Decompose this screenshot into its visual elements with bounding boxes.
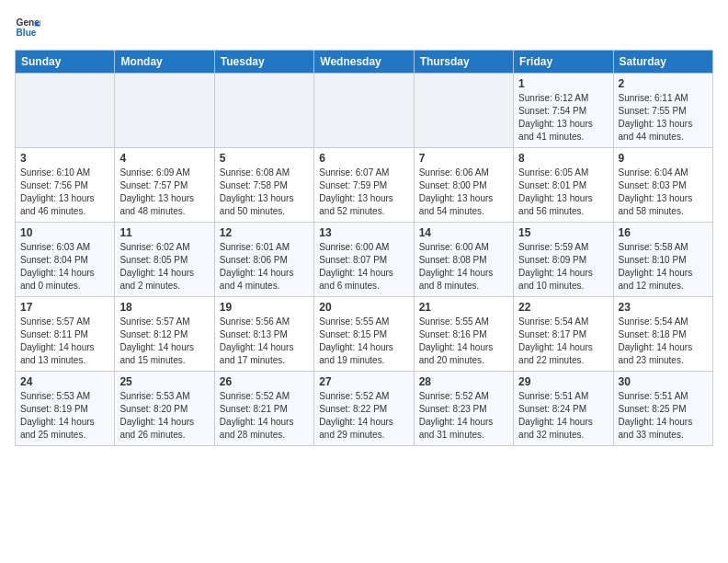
day-number: 2	[619, 77, 708, 90]
day-number: 17	[20, 301, 109, 314]
calendar-cell: 15Sunrise: 5:59 AM Sunset: 8:09 PM Dayli…	[514, 223, 613, 297]
calendar-cell: 18Sunrise: 5:57 AM Sunset: 8:12 PM Dayli…	[115, 297, 214, 372]
day-info: Sunrise: 6:01 AM Sunset: 8:06 PM Dayligh…	[220, 241, 309, 293]
calendar-table: SundayMondayTuesdayWednesdayThursdayFrid…	[15, 50, 713, 446]
calendar-cell	[214, 74, 313, 148]
day-number: 9	[619, 152, 708, 165]
day-info: Sunrise: 5:56 AM Sunset: 8:13 PM Dayligh…	[220, 316, 309, 367]
calendar-cell: 5Sunrise: 6:08 AM Sunset: 7:58 PM Daylig…	[214, 148, 313, 223]
calendar-cell: 16Sunrise: 5:58 AM Sunset: 8:10 PM Dayli…	[613, 223, 712, 297]
calendar-week-row: 3Sunrise: 6:10 AM Sunset: 7:56 PM Daylig…	[16, 148, 713, 223]
calendar-cell: 30Sunrise: 5:51 AM Sunset: 8:25 PM Dayli…	[613, 372, 712, 446]
day-info: Sunrise: 5:52 AM Sunset: 8:22 PM Dayligh…	[319, 390, 408, 442]
calendar-header-row: SundayMondayTuesdayWednesdayThursdayFrid…	[16, 51, 713, 74]
calendar-cell	[414, 74, 513, 148]
calendar-cell: 20Sunrise: 5:55 AM Sunset: 8:15 PM Dayli…	[314, 297, 414, 372]
day-number: 16	[619, 226, 708, 239]
day-info: Sunrise: 5:55 AM Sunset: 8:16 PM Dayligh…	[419, 316, 508, 367]
day-number: 22	[518, 301, 608, 314]
calendar-cell: 27Sunrise: 5:52 AM Sunset: 8:22 PM Dayli…	[314, 372, 414, 446]
day-info: Sunrise: 6:05 AM Sunset: 8:01 PM Dayligh…	[518, 167, 608, 218]
day-info: Sunrise: 5:51 AM Sunset: 8:24 PM Dayligh…	[518, 390, 608, 442]
day-info: Sunrise: 6:06 AM Sunset: 8:00 PM Dayligh…	[419, 167, 508, 218]
calendar-cell	[16, 74, 115, 148]
day-number: 13	[319, 226, 408, 239]
calendar-cell: 12Sunrise: 6:01 AM Sunset: 8:06 PM Dayli…	[214, 223, 313, 297]
day-number: 29	[518, 375, 608, 388]
day-number: 4	[119, 152, 209, 165]
day-number: 18	[119, 301, 209, 314]
calendar-week-row: 10Sunrise: 6:03 AM Sunset: 8:04 PM Dayli…	[16, 223, 713, 297]
day-info: Sunrise: 6:00 AM Sunset: 8:08 PM Dayligh…	[419, 241, 508, 293]
day-number: 8	[518, 152, 608, 165]
day-number: 14	[419, 226, 508, 239]
calendar-cell: 10Sunrise: 6:03 AM Sunset: 8:04 PM Dayli…	[16, 223, 115, 297]
day-number: 24	[20, 375, 109, 388]
calendar-cell	[115, 74, 214, 148]
calendar-cell: 23Sunrise: 5:54 AM Sunset: 8:18 PM Dayli…	[613, 297, 712, 372]
calendar-week-row: 24Sunrise: 5:53 AM Sunset: 8:19 PM Dayli…	[16, 372, 713, 446]
weekday-header-wednesday: Wednesday	[314, 51, 414, 74]
calendar-cell: 21Sunrise: 5:55 AM Sunset: 8:16 PM Dayli…	[414, 297, 513, 372]
calendar-week-row: 17Sunrise: 5:57 AM Sunset: 8:11 PM Dayli…	[16, 297, 713, 372]
day-info: Sunrise: 5:55 AM Sunset: 8:15 PM Dayligh…	[319, 316, 408, 367]
calendar-cell: 7Sunrise: 6:06 AM Sunset: 8:00 PM Daylig…	[414, 148, 513, 223]
day-info: Sunrise: 5:51 AM Sunset: 8:25 PM Dayligh…	[619, 390, 708, 442]
day-info: Sunrise: 5:53 AM Sunset: 8:20 PM Dayligh…	[119, 390, 209, 442]
day-info: Sunrise: 6:08 AM Sunset: 7:58 PM Dayligh…	[220, 167, 309, 218]
day-number: 27	[319, 375, 408, 388]
day-info: Sunrise: 6:04 AM Sunset: 8:03 PM Dayligh…	[619, 167, 708, 218]
weekday-header-sunday: Sunday	[16, 51, 115, 74]
day-number: 20	[319, 301, 408, 314]
day-info: Sunrise: 5:52 AM Sunset: 8:23 PM Dayligh…	[419, 390, 508, 442]
day-info: Sunrise: 5:57 AM Sunset: 8:11 PM Dayligh…	[20, 316, 109, 367]
weekday-header-thursday: Thursday	[414, 51, 513, 74]
calendar-cell: 11Sunrise: 6:02 AM Sunset: 8:05 PM Dayli…	[115, 223, 214, 297]
calendar-cell: 26Sunrise: 5:52 AM Sunset: 8:21 PM Dayli…	[214, 372, 313, 446]
weekday-header-friday: Friday	[514, 51, 613, 74]
calendar-cell: 28Sunrise: 5:52 AM Sunset: 8:23 PM Dayli…	[414, 372, 513, 446]
calendar-cell	[314, 74, 414, 148]
logo-icon: General Blue	[15, 15, 40, 40]
calendar-week-row: 1Sunrise: 6:12 AM Sunset: 7:54 PM Daylig…	[16, 74, 713, 148]
day-number: 19	[220, 301, 309, 314]
day-number: 3	[20, 152, 109, 165]
calendar-cell: 9Sunrise: 6:04 AM Sunset: 8:03 PM Daylig…	[613, 148, 712, 223]
day-number: 10	[20, 226, 109, 239]
day-info: Sunrise: 5:53 AM Sunset: 8:19 PM Dayligh…	[20, 390, 109, 442]
day-info: Sunrise: 6:09 AM Sunset: 7:57 PM Dayligh…	[119, 167, 209, 218]
day-number: 6	[319, 152, 408, 165]
day-info: Sunrise: 6:11 AM Sunset: 7:55 PM Dayligh…	[619, 92, 708, 144]
day-info: Sunrise: 5:57 AM Sunset: 8:12 PM Dayligh…	[119, 316, 209, 367]
calendar-cell: 14Sunrise: 6:00 AM Sunset: 8:08 PM Dayli…	[414, 223, 513, 297]
weekday-header-monday: Monday	[115, 51, 214, 74]
day-info: Sunrise: 6:07 AM Sunset: 7:59 PM Dayligh…	[319, 167, 408, 218]
day-info: Sunrise: 6:10 AM Sunset: 7:56 PM Dayligh…	[20, 167, 109, 218]
calendar-cell: 13Sunrise: 6:00 AM Sunset: 8:07 PM Dayli…	[314, 223, 414, 297]
day-info: Sunrise: 5:54 AM Sunset: 8:18 PM Dayligh…	[619, 316, 708, 367]
day-number: 12	[220, 226, 309, 239]
calendar-cell: 22Sunrise: 5:54 AM Sunset: 8:17 PM Dayli…	[514, 297, 613, 372]
day-info: Sunrise: 6:00 AM Sunset: 8:07 PM Dayligh…	[319, 241, 408, 293]
calendar-cell: 4Sunrise: 6:09 AM Sunset: 7:57 PM Daylig…	[115, 148, 214, 223]
logo: General Blue	[15, 15, 40, 40]
day-number: 30	[619, 375, 708, 388]
day-number: 23	[619, 301, 708, 314]
calendar-cell: 8Sunrise: 6:05 AM Sunset: 8:01 PM Daylig…	[514, 148, 613, 223]
day-number: 5	[220, 152, 309, 165]
calendar-cell: 25Sunrise: 5:53 AM Sunset: 8:20 PM Dayli…	[115, 372, 214, 446]
day-info: Sunrise: 6:03 AM Sunset: 8:04 PM Dayligh…	[20, 241, 109, 293]
day-number: 28	[419, 375, 508, 388]
calendar-cell: 19Sunrise: 5:56 AM Sunset: 8:13 PM Dayli…	[214, 297, 313, 372]
calendar-cell: 29Sunrise: 5:51 AM Sunset: 8:24 PM Dayli…	[514, 372, 613, 446]
day-info: Sunrise: 6:12 AM Sunset: 7:54 PM Dayligh…	[518, 92, 608, 144]
day-number: 11	[119, 226, 209, 239]
calendar-cell: 2Sunrise: 6:11 AM Sunset: 7:55 PM Daylig…	[613, 74, 712, 148]
day-number: 26	[220, 375, 309, 388]
day-info: Sunrise: 5:52 AM Sunset: 8:21 PM Dayligh…	[220, 390, 309, 442]
day-info: Sunrise: 6:02 AM Sunset: 8:05 PM Dayligh…	[119, 241, 209, 293]
day-info: Sunrise: 5:58 AM Sunset: 8:10 PM Dayligh…	[619, 241, 708, 293]
calendar-cell: 17Sunrise: 5:57 AM Sunset: 8:11 PM Dayli…	[16, 297, 115, 372]
day-info: Sunrise: 5:59 AM Sunset: 8:09 PM Dayligh…	[518, 241, 608, 293]
svg-text:Blue: Blue	[17, 28, 37, 38]
